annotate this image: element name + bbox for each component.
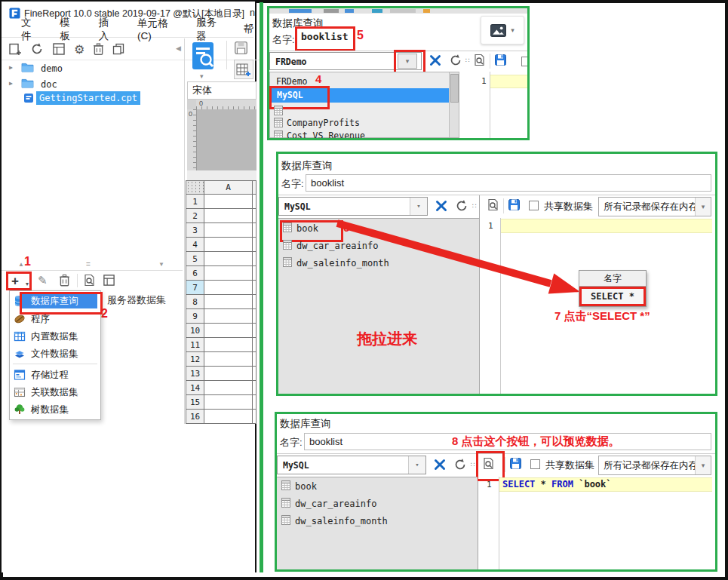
menu-help[interactable]: 帮 (243, 23, 253, 36)
share-dataset-checkbox[interactable] (521, 57, 530, 66)
tab-server-dataset[interactable]: 服务器数据集 (107, 293, 166, 307)
row-header[interactable]: 13 (186, 367, 204, 381)
row-header[interactable]: 3 (186, 223, 204, 238)
memory-policy-select[interactable]: 所有记录都保存在内存中 ▾ (598, 456, 711, 475)
refresh-connection-icon[interactable] (449, 54, 462, 67)
row-header[interactable]: 1 (186, 195, 204, 209)
menu-item-stored-procedure[interactable]: 存储过程 (10, 367, 100, 383)
template-view-button[interactable] (52, 42, 66, 56)
menu-item-relation-dataset[interactable]: 关联数据集 (10, 384, 100, 400)
cell[interactable] (204, 395, 253, 410)
popup-select-star[interactable]: SELECT * (579, 287, 646, 306)
expand-icon[interactable]: ▶ (9, 64, 13, 71)
preview-data-button[interactable] (482, 457, 495, 470)
cell[interactable] (204, 281, 253, 295)
menu-item-tree-dataset[interactable]: 树数据集 (10, 401, 100, 418)
option-mysql-selected[interactable]: MySQL (271, 88, 449, 103)
cell[interactable] (204, 352, 253, 367)
insert-image-button[interactable]: ▾ (481, 16, 524, 44)
splitter-down-icon[interactable]: ▼ (158, 261, 164, 268)
connection-select[interactable]: MySQL ▾ (278, 197, 428, 216)
save-dataset-icon[interactable] (509, 457, 522, 470)
cell[interactable] (204, 252, 253, 266)
splitter-handle-icon[interactable]: = (86, 260, 91, 269)
font-select[interactable]: 宋体 (187, 81, 256, 100)
delete-template-button[interactable] (93, 42, 104, 56)
cell[interactable] (204, 367, 253, 381)
refresh-button[interactable] (30, 42, 44, 56)
tree-item-label[interactable]: doc (41, 79, 57, 90)
menu-item-builtin-dataset[interactable]: 内置数据集 (10, 328, 100, 345)
select-all-corner[interactable] (186, 181, 204, 195)
add-dataset-button[interactable]: + ▾ (6, 272, 32, 290)
cell[interactable] (204, 338, 253, 352)
pane-divider[interactable] (478, 454, 478, 569)
share-dataset-checkbox[interactable] (529, 201, 539, 210)
row-header[interactable]: 10 (186, 324, 204, 338)
merge-cell-button[interactable] (234, 60, 253, 79)
pane-splitter-handle[interactable]: ∷ (465, 57, 469, 64)
cell[interactable] (204, 309, 253, 324)
new-template-button[interactable] (8, 42, 22, 56)
share-dataset-checkbox[interactable] (530, 459, 540, 469)
pane-divider[interactable] (479, 195, 480, 394)
menu-item-program[interactable]: 程序 (10, 311, 100, 327)
option-frdemo[interactable]: FRDemo (276, 76, 308, 87)
dataset-settings-icon[interactable] (103, 274, 115, 287)
cell[interactable] (204, 266, 253, 281)
settings-gear-button[interactable]: ⚙ (74, 42, 84, 57)
cell[interactable] (204, 223, 253, 238)
cell[interactable] (204, 209, 253, 223)
connection-config-wrench-icon[interactable] (434, 198, 449, 213)
save-dataset-icon[interactable] (508, 198, 521, 211)
row-header[interactable]: 8 (186, 295, 204, 309)
connection-config-wrench-icon[interactable] (432, 457, 447, 472)
duplicate-button[interactable] (112, 42, 124, 56)
row-header[interactable]: 14 (186, 381, 204, 395)
sql-editor-line[interactable] (490, 75, 527, 88)
refresh-connection-icon[interactable] (453, 458, 467, 471)
chevron-down-icon[interactable]: ▾ (410, 198, 427, 215)
row-header[interactable]: 5 (186, 252, 204, 266)
dropdown-scrollbar[interactable] (449, 72, 459, 137)
row-header[interactable]: 16 (186, 410, 204, 424)
cell[interactable] (204, 295, 253, 309)
row-header[interactable]: 9 (186, 309, 204, 324)
cell[interactable] (204, 238, 253, 252)
cell[interactable] (204, 195, 253, 209)
row-header[interactable]: 11 (186, 338, 204, 352)
menu-item-file-dataset[interactable]: 文件数据集 (10, 345, 100, 362)
connection-config-wrench-icon[interactable] (428, 53, 443, 68)
expand-icon[interactable]: ▶ (9, 80, 13, 87)
dataset-name-input[interactable]: booklist (301, 31, 349, 42)
save-template-button[interactable] (234, 41, 248, 55)
row-header[interactable]: 6 (186, 266, 204, 281)
chevron-down-icon[interactable]: ▾ (408, 456, 425, 474)
cell[interactable] (204, 410, 253, 424)
chevron-down-icon[interactable]: ▾ (695, 198, 711, 216)
cell[interactable] (204, 324, 253, 338)
preview-data-button[interactable] (473, 54, 486, 66)
report-canvas[interactable] (197, 109, 256, 170)
column-header-a[interactable]: A (204, 181, 253, 195)
preview-data-button[interactable] (487, 198, 499, 211)
row-header[interactable]: 12 (186, 352, 204, 367)
row-header[interactable]: 15 (186, 395, 204, 410)
sql-editor-line[interactable]: SELECT * FROM `book` (499, 477, 712, 492)
preview-chevron-icon[interactable]: ▾ (200, 72, 204, 80)
refresh-connection-icon[interactable] (455, 199, 468, 213)
preview-dataset-icon[interactable] (83, 274, 96, 287)
splitter-up-icon[interactable]: ▲ (18, 261, 24, 268)
tree-item-gettingstarted-selected[interactable]: GettingStarted.cpt (36, 91, 140, 105)
pane-splitter-handle[interactable]: ∷ (471, 461, 475, 468)
connection-dropdown-button[interactable]: ▾ (398, 54, 417, 69)
tree-item-label[interactable]: demo (41, 63, 63, 74)
chevron-down-icon[interactable]: ▾ (695, 456, 711, 474)
connection-select[interactable]: MySQL ▾ (277, 456, 426, 474)
cell[interactable] (204, 381, 253, 395)
menu-item-db-query[interactable]: 数据库查询 (10, 293, 100, 309)
row-header[interactable]: 2 (186, 209, 204, 223)
save-dataset-icon[interactable] (494, 54, 507, 66)
delete-dataset-icon[interactable] (59, 274, 70, 287)
edit-dataset-icon[interactable]: ✎ (38, 274, 48, 287)
